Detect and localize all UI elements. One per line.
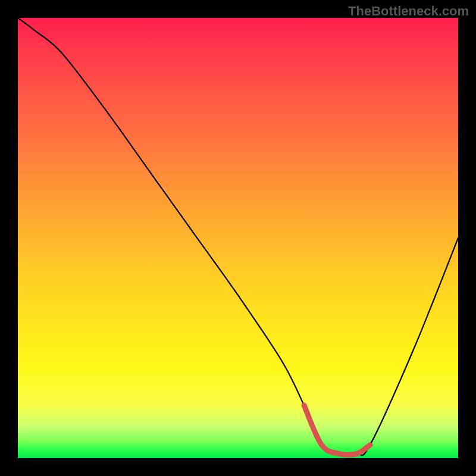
- watermark-text: TheBottleneck.com: [348, 4, 469, 19]
- chart-plot-area: [18, 18, 458, 458]
- curve-highlight: [304, 405, 370, 455]
- bottleneck-curve: [18, 18, 458, 458]
- curve-path: [18, 18, 458, 455]
